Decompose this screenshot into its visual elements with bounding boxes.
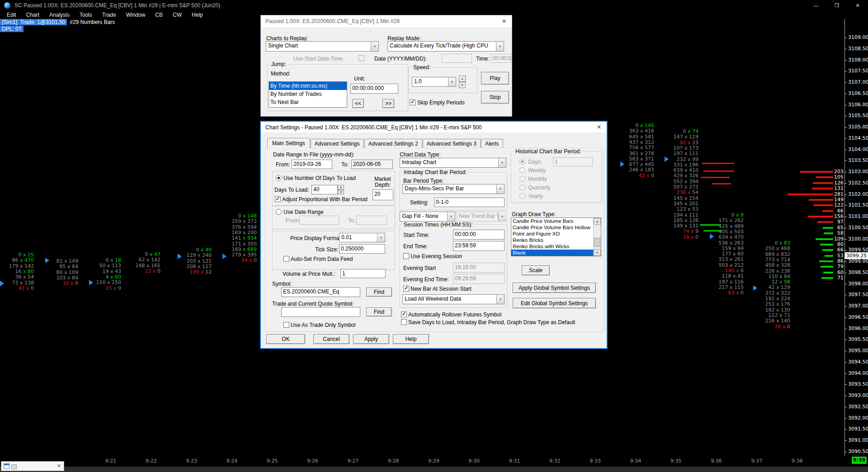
use-evening-session-checkbox[interactable] [403, 253, 409, 259]
scroll-up-icon[interactable]: ▲ [594, 218, 601, 225]
dialog-button-help[interactable]: Help [393, 334, 429, 344]
maximize-button[interactable]: ❐ [826, 0, 847, 11]
menu-chart[interactable]: Chart [21, 11, 44, 19]
replay-dialog-titlebar[interactable]: Paused 1.00X: ES.20200600.CME_Eq [CBV] 1… [261, 15, 512, 27]
start-time-field[interactable]: 00:00:00 [453, 230, 505, 240]
replay-close-icon[interactable]: ✕ [500, 17, 508, 25]
new-trend-bar-select[interactable]: New Trend Bar V [457, 212, 506, 222]
tab-main-settings[interactable]: Main Settings [267, 138, 310, 149]
spin-up-icon[interactable]: ▲ [338, 185, 344, 190]
setting-field[interactable]: 0-1-0 [434, 198, 505, 207]
new-bar-session-checkbox[interactable] [403, 286, 409, 292]
play-button[interactable]: Play [481, 72, 509, 85]
jump-method-to-next-bar[interactable]: To Next Bar [269, 98, 347, 106]
vap-mult-field[interactable]: 1 [340, 269, 386, 278]
graph-draw-item-renko-bricks[interactable]: Renko Bricks [511, 237, 594, 243]
historical-radio-days[interactable] [519, 159, 525, 165]
rollover-checkbox[interactable] [401, 312, 407, 317]
graph-draw-item-candle-price-volume-bars[interactable]: Candle Price Volume Bars [511, 218, 594, 224]
jump-unit-field[interactable]: 00:00:00.000 [350, 84, 398, 94]
spin-down-icon[interactable]: ▼ [338, 190, 344, 195]
bar-period-type-select[interactable]: Days-Mins-Secs Per Bar [402, 184, 505, 194]
menu-cb[interactable]: CB [150, 11, 168, 19]
replay-mode-select[interactable]: Calculate At Every Tick/Trade (High CPU [387, 41, 504, 52]
tick-size-field[interactable]: 0.250000 [339, 244, 385, 254]
menu-window[interactable]: Window [121, 11, 151, 19]
dialog-button-ok[interactable]: OK [266, 334, 305, 344]
jump-method-by-time-hh-mm-ss-ms[interactable]: By Time (hh:mm:ss.ms) [269, 82, 347, 90]
charts-to-replay-select[interactable]: Single Chart [266, 41, 379, 52]
menu-analysis[interactable]: Analysis [44, 11, 75, 19]
historical-radio-yearly[interactable] [519, 193, 525, 199]
historical-days-field[interactable]: 1 [553, 157, 593, 166]
use-date-range-radio[interactable] [276, 209, 282, 215]
settings-close-icon[interactable]: ✕ [595, 123, 603, 131]
replay-time-field[interactable]: 00:00:00 [491, 54, 511, 63]
tab-advanced-settings-2[interactable]: Advanced Settings 2 [364, 139, 422, 148]
spin-up-icon[interactable]: ▲ [459, 76, 466, 82]
auto-set-checkbox[interactable] [283, 256, 289, 262]
graph-draw-item-blank[interactable]: Blank [511, 250, 594, 256]
list-scrollbar[interactable]: ▲ ▼ [593, 218, 601, 256]
menu-cw[interactable]: CW [168, 11, 187, 19]
menu-edit[interactable]: Edit [2, 11, 21, 19]
graph-draw-item-candle-price-volume-bars-hollow[interactable]: Candle Price Volume Bars Hollow [511, 224, 594, 231]
replay-date-field[interactable] [442, 54, 472, 63]
graph-draw-type-list[interactable]: Candle Price Volume BarsCandle Price Vol… [511, 217, 601, 256]
jump-method-by-number-of-trades[interactable]: By Number of Trades [269, 90, 347, 98]
price-display-format-select[interactable]: 0.01 [339, 233, 385, 242]
adjust-proportional-checkbox[interactable] [275, 196, 281, 202]
days-to-load-field[interactable]: 40 [311, 185, 338, 194]
menu-trade[interactable]: Trade [97, 11, 121, 19]
minimize-button[interactable]: — [806, 0, 826, 11]
trade-symbol-field[interactable] [281, 307, 360, 317]
stop-button[interactable]: Stop [481, 91, 509, 104]
evening-end-field[interactable]: 09:29:59 [453, 274, 505, 284]
close-button[interactable]: ✕ [847, 0, 868, 11]
historical-radio-quarterly[interactable] [519, 184, 525, 190]
edit-global-button[interactable]: Edit Global Symbol Settings [513, 298, 596, 308]
chart-data-type-select[interactable]: Intraday Chart [400, 158, 506, 168]
jump-back-button[interactable]: << [352, 99, 364, 108]
symbol-find-button[interactable]: Find [366, 288, 392, 297]
jump-method-list[interactable]: By Time (hh:mm:ss.ms)By Number of Trades… [269, 81, 347, 108]
jump-forward-button[interactable]: >> [382, 99, 394, 108]
scroll-down-icon[interactable]: ▼ [594, 249, 601, 256]
weekend-data-select[interactable]: Load All Weekend Data [402, 294, 505, 304]
days-spinner[interactable]: ▲ ▼ [338, 185, 344, 194]
trade-symbol-find-button[interactable]: Find [366, 307, 392, 316]
use-number-of-days-radio[interactable] [276, 175, 282, 181]
range-to-field[interactable] [356, 216, 387, 225]
market-depth-field[interactable]: 20 [373, 189, 393, 200]
scrollbar-thumb[interactable] [594, 238, 600, 247]
evening-start-field[interactable]: 16:15:00 [453, 263, 505, 273]
minimized-toolbar-window[interactable]: ✕ [1, 461, 64, 471]
skip-empty-periods-checkbox[interactable] [410, 99, 415, 105]
historical-radio-monthly[interactable] [519, 176, 525, 182]
speed-select[interactable]: 1.0 [412, 77, 456, 87]
end-time-field[interactable]: 23:59:59 [453, 241, 505, 251]
symbol-field[interactable]: ES.20200600.CME_Eq [281, 287, 360, 297]
dialog-button-apply[interactable]: Apply [353, 334, 389, 344]
tab-advanced-settings-3[interactable]: Advanced Settings 3 [423, 139, 481, 148]
spin-down-icon[interactable]: ▼ [459, 82, 466, 88]
save-default-checkbox[interactable] [401, 319, 407, 325]
graph-draw-item-renko-bricks-with-wicks[interactable]: Renko Bricks with Wicks [511, 243, 594, 250]
historical-radio-weekly[interactable] [519, 167, 525, 173]
dialog-button-cancel[interactable]: Cancel [313, 334, 349, 344]
gap-fill-select[interactable]: Gap Fill - None [400, 212, 455, 222]
trade-only-checkbox[interactable] [283, 322, 289, 328]
range-from-field[interactable] [299, 216, 339, 225]
tab-alerts[interactable]: Alerts [481, 139, 503, 148]
from-field[interactable]: 2019-03-26 [292, 160, 332, 169]
apply-global-button[interactable]: Apply Global Symbol Settings [513, 283, 596, 293]
graph-draw-item-point-and-figure-xo[interactable]: Point and Figure XO [511, 231, 594, 237]
mini-close-icon[interactable]: ✕ [57, 463, 61, 469]
to-field[interactable]: 2020-06-05 [351, 160, 393, 169]
speed-spinner[interactable]: ▲ ▼ [459, 76, 466, 88]
use-start-datetime-checkbox[interactable] [359, 55, 364, 61]
menu-help[interactable]: Help [187, 11, 208, 19]
menu-tools[interactable]: Tools [75, 11, 97, 19]
tab-advanced-settings[interactable]: Advanced Settings [311, 139, 364, 148]
scale-button[interactable]: Scale [522, 265, 550, 275]
